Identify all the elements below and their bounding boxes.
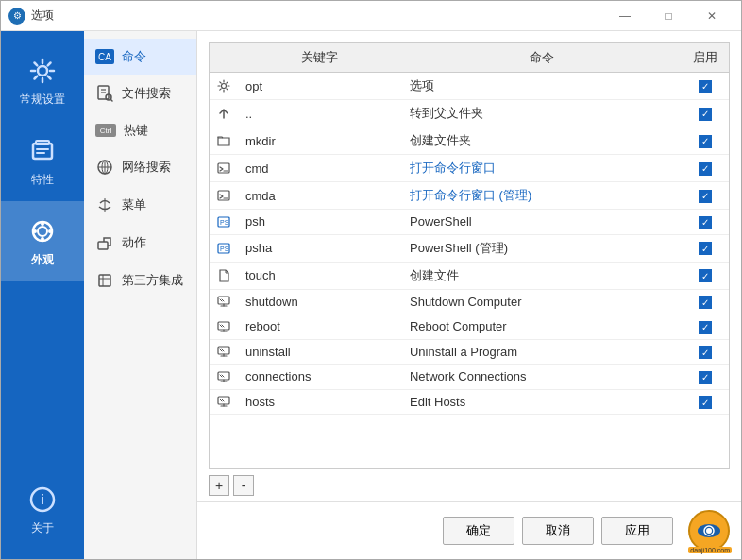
row-enabled[interactable]	[682, 262, 729, 289]
checkbox[interactable]	[699, 346, 712, 359]
col-keyword-header: 关键字	[238, 43, 402, 73]
row-icon-cell	[210, 262, 238, 289]
row-keyword: reboot	[238, 314, 402, 340]
minimize-button[interactable]: —	[603, 1, 647, 31]
table-row: uninstallUninstall a Program	[210, 339, 729, 365]
row-enabled[interactable]	[682, 389, 729, 415]
row-icon-cell	[210, 339, 238, 365]
row-enabled[interactable]	[682, 100, 729, 127]
row-command: 打开命令行窗口 (管理)	[402, 182, 682, 210]
svg-rect-35	[218, 297, 229, 304]
row-command: Network Connections	[402, 365, 682, 390]
nav-item-menu[interactable]: 菜单	[84, 186, 196, 224]
checkbox[interactable]	[699, 296, 712, 309]
nav-item-integration[interactable]: 第三方集成	[84, 262, 196, 299]
checkbox[interactable]	[699, 162, 712, 176]
svg-point-6	[38, 227, 47, 236]
checkbox[interactable]	[699, 371, 712, 384]
checkbox[interactable]	[699, 135, 712, 148]
svg-rect-50	[218, 372, 229, 380]
titlebar: ⚙ 选项 — □ ✕	[1, 1, 741, 31]
svg-point-8	[41, 237, 44, 241]
row-keyword: touch	[238, 262, 402, 289]
nav-label-web-search: 网络搜索	[122, 159, 171, 176]
table-row: cmda打开命令行窗口 (管理)	[210, 182, 729, 210]
row-keyword: ..	[238, 100, 402, 127]
window-title: 选项	[31, 8, 603, 24]
sidebar-label-appearance: 外观	[31, 252, 54, 268]
row-icon-cell	[210, 155, 238, 182]
row-enabled[interactable]	[682, 339, 729, 365]
checkbox[interactable]	[699, 216, 712, 229]
nav-label-action: 动作	[122, 234, 146, 251]
nav-item-file-search[interactable]: 文件搜索	[84, 75, 196, 112]
row-enabled[interactable]	[682, 314, 729, 340]
row-enabled[interactable]	[682, 127, 729, 155]
nav-label-integration: 第三方集成	[122, 272, 183, 289]
row-command: 选项	[402, 73, 682, 100]
sidebar-item-properties[interactable]: 特性	[1, 121, 84, 201]
row-command: PowerShell (管理)	[402, 234, 682, 262]
checkbox[interactable]	[699, 269, 712, 282]
content-area: 关键字 命令 启用 opt选项..转到父文件夹mkdir创建文件夹cmd打开命令…	[197, 31, 741, 559]
appearance-icon	[25, 214, 59, 248]
logo-eye	[696, 522, 722, 539]
row-keyword: hosts	[238, 389, 402, 415]
row-enabled[interactable]	[682, 234, 729, 262]
checkbox[interactable]	[699, 396, 712, 409]
nav-item-hotkeys[interactable]: Ctrl 热键	[84, 112, 196, 148]
svg-point-9	[33, 229, 37, 233]
cancel-button[interactable]: 取消	[522, 517, 594, 545]
row-command: 创建文件夹	[402, 127, 682, 155]
menu-icon	[95, 195, 114, 214]
row-enabled[interactable]	[682, 73, 729, 100]
row-enabled[interactable]	[682, 365, 729, 390]
sidebar-label-properties: 特性	[31, 172, 54, 188]
main-body: 常规设置 特性	[1, 31, 741, 559]
sidebar: 常规设置 特性	[1, 31, 84, 559]
row-enabled[interactable]	[682, 182, 729, 210]
svg-point-0	[38, 66, 47, 76]
checkbox[interactable]	[699, 190, 712, 203]
row-enabled[interactable]	[682, 289, 729, 314]
checkbox[interactable]	[699, 80, 712, 93]
logo-badge: danji100.com	[688, 510, 730, 552]
sidebar-label-about: 关于	[31, 520, 54, 536]
row-enabled[interactable]	[682, 210, 729, 235]
svg-text:PS: PS	[220, 246, 229, 252]
commands-table-container[interactable]: 关键字 命令 启用 opt选项..转到父文件夹mkdir创建文件夹cmd打开命令…	[209, 42, 730, 469]
row-keyword: mkdir	[238, 127, 402, 155]
row-command: Edit Hosts	[402, 389, 682, 415]
row-keyword: connections	[238, 365, 402, 390]
sidebar-item-about[interactable]: i 关于	[1, 469, 84, 550]
nav-item-commands[interactable]: CA 命令	[84, 39, 196, 75]
sidebar-label-general: 常规设置	[20, 92, 65, 108]
ok-button[interactable]: 确定	[443, 517, 514, 545]
footer: 确定 取消 应用 danji100.com	[197, 501, 741, 559]
sidebar-item-appearance[interactable]: 外观	[1, 201, 84, 281]
row-command: 转到父文件夹	[402, 100, 682, 127]
maximize-button[interactable]: □	[647, 1, 690, 31]
checkbox[interactable]	[699, 242, 712, 255]
logo-text: danji100.com	[688, 547, 732, 553]
sidebar-item-general[interactable]: 常规设置	[1, 41, 84, 121]
nav-item-web-search[interactable]: 网络搜索	[84, 148, 196, 186]
table-row: rebootReboot Computer	[210, 314, 729, 340]
nav-label-menu: 菜单	[122, 196, 146, 213]
checkbox[interactable]	[699, 321, 712, 334]
commands-icon: CA	[95, 49, 114, 64]
remove-command-button[interactable]: -	[233, 475, 254, 496]
nav-item-action[interactable]: 动作	[84, 224, 196, 262]
about-icon: i	[25, 483, 59, 517]
apply-button[interactable]: 应用	[601, 517, 673, 545]
svg-point-7	[41, 222, 44, 226]
close-button[interactable]: ✕	[690, 1, 734, 31]
add-command-button[interactable]: +	[209, 475, 229, 496]
row-enabled[interactable]	[682, 155, 729, 182]
checkbox[interactable]	[699, 108, 712, 121]
hotkeys-icon: Ctrl	[95, 124, 116, 137]
svg-rect-23	[99, 275, 110, 286]
table-row: shutdownShutdown Computer	[210, 289, 729, 314]
nav-label-hotkeys: 热键	[124, 122, 148, 139]
row-icon-cell: PS	[210, 210, 238, 235]
